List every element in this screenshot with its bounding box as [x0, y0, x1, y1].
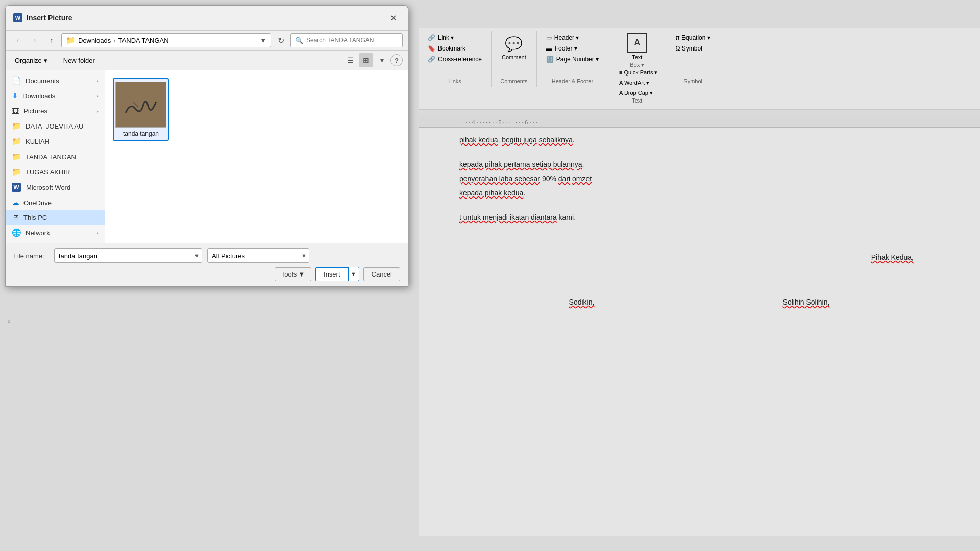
ms-word-label: Microsoft Word [26, 184, 70, 191]
list-view-btn[interactable]: ☰ [343, 53, 357, 67]
file-thumbnail [115, 82, 166, 128]
sidebar-item-network[interactable]: 🌐 Network › [6, 225, 105, 240]
kuliah-icon: 📁 [12, 137, 21, 146]
filetype-dropdown[interactable]: All Pictures All Files [207, 248, 309, 263]
filename-input-wrap: ▼ [54, 248, 202, 263]
filename-row: File name: ▼ All Pictures All Files ▼ [13, 248, 400, 263]
cancel-button[interactable]: Cancel [363, 267, 400, 281]
search-box[interactable]: 🔍 [290, 33, 403, 47]
sidebar-item-kuliah[interactable]: 📁 KULIAH [6, 134, 105, 149]
onedrive-icon: ☁ [12, 198, 19, 207]
sidebar-item-pictures[interactable]: 🖼 Pictures › [6, 104, 105, 118]
organize-button[interactable]: Organize ▾ [11, 55, 52, 66]
nav-forward-button[interactable]: › [28, 33, 42, 47]
action-row: Tools ▼ Insert ▼ Cancel [13, 267, 400, 281]
tools-label: Tools [281, 270, 297, 278]
dialog-title-text: Insert Picture [27, 14, 72, 22]
signature-svg [116, 82, 166, 128]
sidebar: 📄 Documents › ⬇ Downloads › 🖼 Pictures ›… [6, 70, 105, 243]
breadcrumb-bar[interactable]: 📁 Downloads › TANDA TANGAN ▼ [61, 33, 271, 47]
ms-word-icon: W [12, 183, 21, 192]
breadcrumb-folder-icon: 📁 [66, 36, 76, 45]
breadcrumb-dropdown-arrow[interactable]: ▼ [260, 37, 266, 44]
sidebar-item-tugas-akhir[interactable]: 📁 TUGAS AKHIR [6, 164, 105, 180]
insert-dropdown-button[interactable]: ▼ [348, 267, 359, 281]
view-dropdown-btn[interactable]: ▾ [375, 53, 389, 67]
documents-icon: 📄 [12, 76, 21, 85]
documents-arrow: › [96, 78, 99, 84]
pictures-icon: 🖼 [12, 107, 19, 115]
organize-chevron: ▾ [44, 57, 47, 64]
tanda-tangan-icon: 📁 [12, 152, 21, 161]
documents-label: Documents [26, 77, 59, 85]
file-area: tanda tangan [105, 70, 408, 243]
onedrive-label: OneDrive [23, 199, 52, 207]
nav-up-button[interactable]: ↑ [44, 33, 59, 47]
tugas-akhir-icon: 📁 [12, 167, 21, 177]
insert-button-group: Insert ▼ [315, 267, 359, 281]
this-pc-icon: 🖥 [12, 213, 19, 222]
refresh-button[interactable]: ↻ [274, 33, 288, 47]
data-joevita-label: DATA_JOEVITA AU [26, 122, 83, 130]
view-buttons: ☰ ⊞ ▾ ? [343, 53, 403, 67]
sidebar-item-this-pc[interactable]: 🖥 This PC [6, 210, 105, 225]
tools-arrow: ▼ [298, 270, 305, 278]
filetype-select: All Pictures All Files ▼ [207, 248, 309, 263]
downloads-arrow: › [96, 93, 99, 99]
downloads-label: Downloads [22, 92, 55, 100]
breadcrumb-path1: Downloads [78, 37, 111, 44]
dialog-overlay: W Insert Picture ✕ ‹ › ↑ 📁 Downloads › T… [0, 0, 980, 551]
breadcrumb-path2: TANDA TANGAN [118, 37, 169, 44]
sidebar-item-onedrive[interactable]: ☁ OneDrive [6, 195, 105, 210]
search-input[interactable] [306, 37, 398, 44]
dialog-nav-toolbar: ‹ › ↑ 📁 Downloads › TANDA TANGAN ▼ ↻ 🔍 [6, 31, 408, 51]
nav-back-button[interactable]: ‹ [11, 33, 25, 47]
dialog-organize-toolbar: Organize ▾ New folder ☰ ⊞ ▾ ? [6, 51, 408, 70]
dialog-footer: File name: ▼ All Pictures All Files ▼ To… [6, 243, 408, 286]
pictures-arrow: › [96, 108, 99, 114]
help-button[interactable]: ? [390, 54, 403, 66]
thumbnail-view-btn[interactable]: ⊞ [359, 53, 373, 67]
new-folder-button[interactable]: New folder [59, 55, 99, 66]
kuliah-label: KULIAH [26, 138, 50, 145]
network-label: Network [26, 229, 50, 237]
filename-label: File name: [13, 252, 49, 260]
organize-label: Organize [15, 57, 42, 64]
dialog-body: 📄 Documents › ⬇ Downloads › 🖼 Pictures ›… [6, 70, 408, 243]
search-icon: 🔍 [295, 37, 303, 44]
tools-button[interactable]: Tools ▼ [275, 267, 311, 281]
sidebar-item-documents[interactable]: 📄 Documents › [6, 73, 105, 88]
file-label: tanda tangan [123, 130, 159, 137]
dialog-titlebar: W Insert Picture ✕ [6, 6, 408, 31]
tanda-tangan-label: TANDA TANGAN [26, 153, 76, 161]
dialog-close-button[interactable]: ✕ [386, 11, 400, 25]
file-item-tanda-tangan[interactable]: tanda tangan [113, 78, 169, 141]
network-arrow: › [96, 230, 99, 236]
new-folder-label: New folder [63, 57, 95, 64]
sidebar-item-tanda-tangan[interactable]: 📁 TANDA TANGAN [6, 149, 105, 164]
sidebar-item-data-joevita[interactable]: 📁 DATA_JOEVITA AU [6, 118, 105, 134]
breadcrumb-sep: › [113, 37, 115, 44]
insert-button[interactable]: Insert [315, 267, 348, 281]
downloads-icon: ⬇ [12, 91, 18, 101]
pictures-label: Pictures [23, 107, 47, 115]
sidebar-item-microsoft-word[interactable]: W Microsoft Word [6, 180, 105, 195]
network-icon: 🌐 [12, 228, 21, 237]
data-joevita-icon: 📁 [12, 121, 21, 131]
dialog-app-icon: W [13, 13, 22, 22]
svg-rect-0 [116, 82, 166, 127]
this-pc-label: This PC [23, 214, 47, 221]
filename-input[interactable] [54, 248, 202, 263]
dialog-title-area: W Insert Picture [13, 13, 72, 22]
sidebar-item-downloads[interactable]: ⬇ Downloads › [6, 88, 105, 104]
insert-picture-dialog: W Insert Picture ✕ ‹ › ↑ 📁 Downloads › T… [5, 5, 408, 287]
tugas-akhir-label: TUGAS AKHIR [26, 168, 70, 176]
